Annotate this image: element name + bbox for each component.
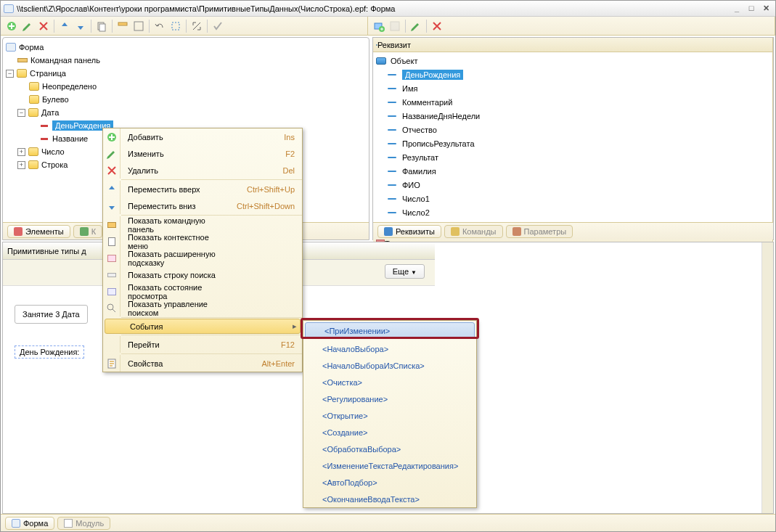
copy-icon[interactable] — [94, 19, 109, 33]
ctx-add[interactable]: ДобавитьIns — [103, 128, 302, 145]
event-item[interactable]: <ПриИзменении> — [305, 322, 475, 339]
attr-row[interactable]: ФИО — [373, 178, 772, 192]
event-item[interactable]: <Создание> — [303, 424, 476, 441]
expand-toggle[interactable]: + — [17, 148, 25, 156]
tree-root[interactable]: Форма — [19, 43, 44, 52]
movedown-icon[interactable] — [73, 19, 88, 33]
events-submenu: <ПриИзменении><НачалоВыбора><НачалоВыбор… — [303, 320, 477, 508]
event-item[interactable]: <НачалоВыбораИзСписка> — [303, 357, 476, 374]
svg-rect-4 — [134, 22, 143, 30]
tree-date[interactable]: Дата — [41, 108, 59, 117]
preview-scrollbar[interactable] — [761, 242, 773, 513]
ctx-showview[interactable]: Показать состояние просмотра — [103, 283, 302, 300]
event-item[interactable]: <ИзменениеТекстаРедактирования> — [303, 457, 476, 474]
right-toolbar — [368, 17, 775, 36]
delete-icon[interactable] — [36, 19, 51, 33]
add-icon[interactable] — [4, 19, 19, 33]
tabpage[interactable]: Занятие 3 Дата — [15, 305, 88, 324]
ctx-goto[interactable]: ПерейтиF12 — [103, 336, 302, 353]
edit-icon[interactable] — [20, 19, 35, 33]
bottom-tab-module[interactable]: Модуль — [57, 517, 110, 530]
close-button[interactable]: ✕ — [759, 2, 772, 15]
attr-row[interactable]: Результат — [373, 150, 772, 164]
layout1-icon[interactable] — [115, 19, 130, 33]
select-icon[interactable] — [168, 19, 183, 33]
event-item[interactable]: <Регулирование> — [303, 390, 476, 407]
ctx-showctx[interactable]: Показать контекстное меню — [103, 233, 302, 250]
expand-toggle[interactable]: − — [17, 109, 25, 117]
expand-toggle[interactable]: − — [6, 70, 14, 78]
attr-row[interactable]: Имя — [373, 81, 772, 95]
form-icon — [4, 4, 14, 13]
ctx-showsearch[interactable]: Показать строку поиска — [103, 266, 302, 283]
maximize-button[interactable]: □ — [745, 2, 758, 15]
expand-icon[interactable] — [189, 19, 204, 33]
attrs-pane: Реквизит ОбъектДеньРожденияИмяКомментари… — [372, 37, 774, 240]
ctx-del[interactable]: УдалитьDel — [103, 162, 302, 179]
tree-number[interactable]: Число — [41, 147, 65, 156]
tree-string[interactable]: Строка — [41, 160, 68, 169]
event-item[interactable]: <Открытие> — [303, 407, 476, 424]
svg-rect-5 — [172, 22, 179, 30]
attr-row[interactable]: ДеньРождения — [373, 67, 772, 81]
tab-k[interactable]: К — [73, 225, 102, 238]
edit-attr-icon[interactable] — [409, 19, 423, 33]
tab-attrs[interactable]: Реквизиты — [377, 225, 441, 238]
ctx-showhint[interactable]: Показать расширенную подсказку — [103, 250, 302, 266]
svg-rect-2 — [99, 24, 105, 31]
tab-elements[interactable]: Элементы — [7, 225, 70, 238]
tree-cmdpanel[interactable]: Командная панель — [30, 56, 100, 65]
add-attr-icon[interactable] — [372, 19, 386, 33]
attr-row[interactable]: Комментарий — [373, 95, 772, 109]
ctx-moveup[interactable]: Переместить вверхCtrl+Shift+Up — [103, 181, 302, 197]
expand-toggle[interactable]: + — [17, 161, 25, 169]
tab-params[interactable]: Параметры — [506, 225, 573, 238]
tree-date-name[interactable]: Название — [52, 134, 88, 143]
delete-attr-icon[interactable] — [430, 19, 444, 33]
svg-rect-8 — [391, 22, 399, 30]
ctx-events[interactable]: События▸ — [105, 319, 301, 334]
minimize-button[interactable]: _ — [730, 2, 743, 15]
ctx-showsctl[interactable]: Показать управление поиском — [103, 300, 302, 316]
field-label-bday[interactable]: День Рождения: — [15, 345, 84, 359]
layout2-icon[interactable] — [131, 19, 146, 33]
add-col-icon[interactable] — [388, 19, 402, 33]
tree-page[interactable]: Страница — [30, 69, 66, 78]
preview-title: Примитивные типы д — [7, 247, 86, 255]
attr-row[interactable]: Объект — [373, 54, 772, 67]
attr-row[interactable]: Число2 — [373, 205, 772, 219]
tree-undef[interactable]: Неопределено — [42, 82, 97, 91]
attr-header-left: Реквизит — [377, 41, 411, 49]
svg-point-10 — [107, 304, 113, 310]
context-menu: ДобавитьIns ИзменитьF2 УдалитьDel Переме… — [102, 128, 303, 372]
svg-rect-3 — [118, 22, 127, 25]
attr-row[interactable]: ПрописьРезультата — [373, 136, 772, 150]
ctx-edit[interactable]: ИзменитьF2 — [103, 145, 302, 162]
event-item[interactable]: <ОкончаниеВводаТекста> — [303, 491, 476, 507]
attr-row[interactable]: Фамилия — [373, 164, 772, 178]
ctx-showcmd[interactable]: Показать командную панель — [103, 216, 302, 233]
check-icon[interactable] — [211, 19, 225, 33]
tab-cmds[interactable]: Команды — [444, 225, 503, 238]
more-button[interactable]: Еще ▼ — [385, 264, 425, 279]
bottom-tab-form[interactable]: Форма — [5, 517, 54, 530]
event-item[interactable]: <ОбработкаВыбора> — [303, 441, 476, 457]
event-item[interactable]: <Очистка> — [303, 374, 476, 390]
event-item[interactable]: <АвтоПодбор> — [303, 474, 476, 491]
undo-icon[interactable] — [152, 19, 167, 33]
attr-row[interactable]: Отчество — [373, 123, 772, 136]
left-toolbar — [1, 17, 368, 36]
event-item[interactable]: <НачалоВыбора> — [303, 340, 476, 357]
moveup-icon[interactable] — [57, 19, 72, 33]
ctx-props[interactable]: СвойстваAlt+Enter — [103, 355, 302, 372]
attr-row[interactable]: НазваниеДняНедели — [373, 109, 772, 123]
attr-row[interactable]: Число1 — [373, 192, 772, 205]
window-titlebar: \\tsclient\Z\Ярослав\Контент\уроки прогр… — [1, 1, 775, 17]
tree-bool[interactable]: Булево — [42, 95, 69, 104]
ctx-movedn[interactable]: Переместить внизCtrl+Shift+Down — [103, 197, 302, 214]
window-title: \\tsclient\Z\Ярослав\Контент\уроки прогр… — [17, 4, 729, 13]
